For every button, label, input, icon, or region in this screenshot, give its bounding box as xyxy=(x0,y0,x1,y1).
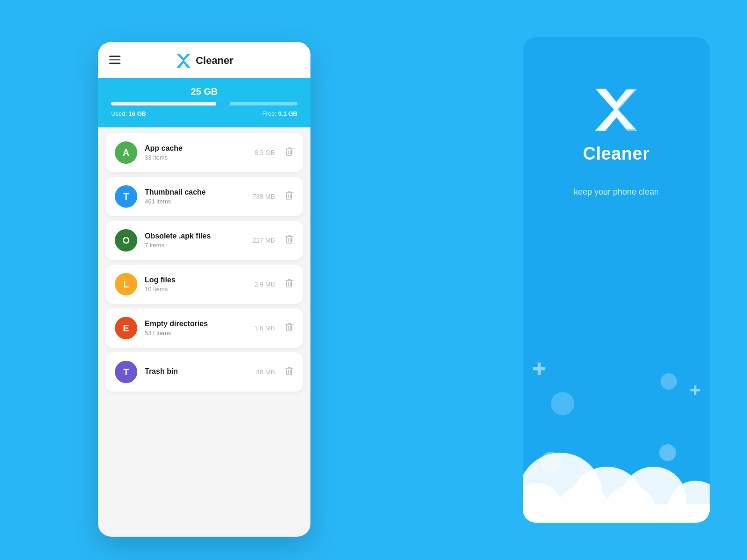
trash-button-obsolete-apk[interactable] xyxy=(285,235,294,246)
storage-free-value: 9.1 GB xyxy=(278,110,297,117)
svg-rect-7 xyxy=(523,504,710,523)
deco-area: ✚ ✚ xyxy=(523,345,710,523)
item-size-thumbnail-cache: 739 MB xyxy=(253,193,275,200)
item-right-trash-bin: 48 MB xyxy=(256,366,294,378)
storage-bar-used xyxy=(111,102,230,105)
item-avatar-thumbnail-cache: T xyxy=(115,185,137,208)
right-panel-subtitle: keep your phone clean xyxy=(574,187,659,197)
item-avatar-obsolete-apk: O xyxy=(115,229,137,252)
item-name-empty-directories: Empty directories xyxy=(145,320,247,328)
list-item-empty-directories: E Empty directories 537 items 1,8 MB xyxy=(106,308,303,348)
list-item-trash-bin: T Trash bin 48 MB xyxy=(106,352,303,392)
trash-icon-log-files xyxy=(285,279,294,288)
trash-icon-thumbnail-cache xyxy=(285,191,294,200)
x-logo-large-icon xyxy=(591,84,642,135)
app-logo-header: Cleaner xyxy=(175,52,233,69)
storage-free-label: Free: 9.1 GB xyxy=(262,110,297,117)
phone-panel: Cleaner 25 GB Used: 16 GB Free: 9.1 GB A… xyxy=(98,42,310,537)
storage-used-label: Used: 16 GB xyxy=(111,110,146,117)
trash-button-app-cache[interactable] xyxy=(285,147,294,159)
items-list: A App cache 33 items 8.9 GB T Thumbnail … xyxy=(98,127,310,397)
right-panel-logo: Cleaner xyxy=(583,84,650,164)
item-name-thumbnail-cache: Thumbnail cache xyxy=(145,188,245,196)
item-info-log-files: Log files 10 items xyxy=(145,276,247,293)
right-panel-title: Cleaner xyxy=(583,144,650,164)
trash-button-log-files[interactable] xyxy=(285,279,294,290)
cloud-decoration xyxy=(523,383,710,523)
trash-button-trash-bin[interactable] xyxy=(285,366,294,378)
menu-line-2 xyxy=(109,59,120,61)
item-size-empty-directories: 1,8 MB xyxy=(254,324,275,332)
storage-total: 25 GB xyxy=(111,86,297,97)
item-right-app-cache: 8.9 GB xyxy=(254,147,294,159)
item-info-trash-bin: Trash bin xyxy=(145,367,249,377)
list-item-app-cache: A App cache 33 items 8.9 GB xyxy=(106,133,303,172)
item-size-trash-bin: 48 MB xyxy=(256,368,275,376)
storage-bar-track xyxy=(111,102,297,105)
item-info-thumbnail-cache: Thumbnail cache 461 items xyxy=(145,188,245,205)
item-name-obsolete-apk: Obsolete .apk files xyxy=(145,232,245,240)
list-item-log-files: L Log files 10 items 2,9 MB xyxy=(106,265,303,304)
item-count-thumbnail-cache: 461 items xyxy=(145,198,245,205)
item-info-app-cache: App cache 33 items xyxy=(145,144,247,161)
trash-icon-obsolete-apk xyxy=(285,235,294,244)
trash-button-thumbnail-cache[interactable] xyxy=(285,191,294,203)
item-avatar-trash-bin: T xyxy=(115,361,137,383)
storage-labels: Used: 16 GB Free: 9.1 GB xyxy=(111,110,297,117)
app-header: Cleaner xyxy=(98,42,310,78)
item-avatar-empty-directories: E xyxy=(115,317,137,339)
item-right-thumbnail-cache: 739 MB xyxy=(253,191,294,203)
svg-point-9 xyxy=(659,444,676,461)
list-item-obsolete-apk: O Obsolete .apk files 7 items 227 MB xyxy=(106,221,303,260)
app-title: Cleaner xyxy=(196,55,233,67)
item-avatar-app-cache: A xyxy=(115,141,137,164)
item-info-empty-directories: Empty directories 537 items xyxy=(145,320,247,336)
list-item-thumbnail-cache: T Thumbnail cache 461 items 739 MB xyxy=(106,177,303,216)
menu-line-1 xyxy=(109,56,120,57)
item-info-obsolete-apk: Obsolete .apk files 7 items xyxy=(145,232,245,249)
x-logo-small-icon xyxy=(175,52,192,69)
item-count-log-files: 10 items xyxy=(145,286,247,293)
deco-cross-1: ✚ xyxy=(532,359,546,379)
storage-section: 25 GB Used: 16 GB Free: 9.1 GB xyxy=(98,78,310,127)
item-count-empty-directories: 537 items xyxy=(145,329,247,336)
storage-used-value: 16 GB xyxy=(129,110,147,117)
trash-icon-trash-bin xyxy=(285,366,294,376)
item-size-obsolete-apk: 227 MB xyxy=(253,237,275,244)
svg-point-8 xyxy=(541,452,561,472)
item-right-empty-directories: 1,8 MB xyxy=(254,322,294,334)
item-avatar-log-files: L xyxy=(115,273,137,295)
trash-icon-app-cache xyxy=(285,147,294,156)
item-count-app-cache: 33 items xyxy=(145,154,247,161)
menu-button[interactable] xyxy=(109,56,120,64)
item-name-log-files: Log files xyxy=(145,276,247,284)
item-count-obsolete-apk: 7 items xyxy=(145,242,245,249)
trash-icon-empty-directories xyxy=(285,322,294,332)
item-right-obsolete-apk: 227 MB xyxy=(253,235,294,246)
item-name-app-cache: App cache xyxy=(145,144,247,153)
menu-line-3 xyxy=(109,63,120,64)
item-name-trash-bin: Trash bin xyxy=(145,367,249,376)
item-size-log-files: 2,9 MB xyxy=(254,280,275,288)
right-panel: Cleaner keep your phone clean ✚ ✚ xyxy=(523,37,710,523)
item-size-app-cache: 8.9 GB xyxy=(254,149,275,156)
item-right-log-files: 2,9 MB xyxy=(254,279,294,290)
trash-button-empty-directories[interactable] xyxy=(285,322,294,334)
